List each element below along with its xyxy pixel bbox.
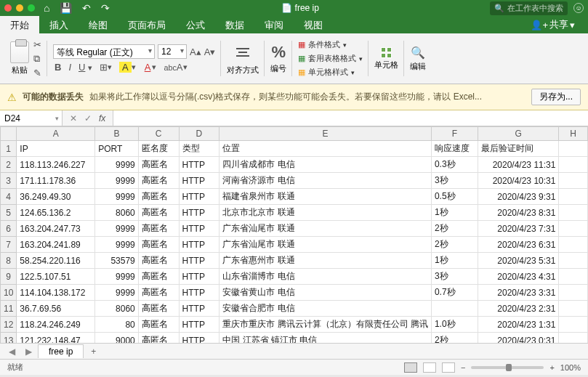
cell[interactable]: 高匿名 — [138, 269, 179, 285]
cell[interactable]: 2020/4/23 10:31 — [478, 173, 559, 189]
cell[interactable]: 171.11.178.36 — [17, 173, 95, 189]
cell[interactable]: 2020/4/23 3:31 — [478, 285, 559, 301]
conditional-formatting-button[interactable]: ▦条件格式▾ — [298, 39, 363, 50]
cell[interactable]: 广东省汕尾市 联通 — [220, 221, 432, 237]
sheet-tab-freeip[interactable]: free ip — [38, 344, 84, 358]
row-header[interactable]: 9 — [1, 269, 17, 285]
row-header[interactable]: 7 — [1, 237, 17, 253]
cell[interactable]: 广东省汕尾市 联通 — [220, 237, 432, 253]
cell[interactable]: 高匿名 — [138, 253, 179, 269]
cell[interactable]: 2秒 — [431, 221, 478, 237]
cell[interactable]: HTTP — [179, 237, 220, 253]
row-header[interactable]: 12 — [1, 317, 17, 333]
format-painter-icon[interactable]: ✎ — [33, 68, 41, 78]
font-family-select[interactable]: 等线 Regular (正文) — [53, 44, 155, 59]
cell[interactable]: HTTP — [179, 301, 220, 317]
cell[interactable]: 2020/4/23 5:31 — [478, 253, 559, 269]
cell[interactable]: 9999 — [95, 157, 139, 173]
italic-button[interactable]: I — [67, 62, 73, 73]
cell[interactable]: HTTP — [179, 317, 220, 333]
cell[interactable]: 高匿名 — [138, 301, 179, 317]
cell[interactable]: 121.232.148.47 — [17, 333, 95, 344]
zoom-in-button[interactable]: + — [549, 363, 554, 372]
cell[interactable] — [559, 173, 588, 189]
cell[interactable]: 53579 — [95, 253, 139, 269]
cell[interactable]: HTTP — [179, 269, 220, 285]
cell[interactable]: 2020/4/23 7:31 — [478, 221, 559, 237]
cell[interactable]: 最后验证时间 — [478, 141, 559, 157]
alignment-button[interactable]: 对齐方式 — [227, 41, 259, 76]
underline-button[interactable]: U ▾ — [77, 62, 94, 73]
column-header-F[interactable]: F — [431, 127, 478, 141]
close-icon[interactable] — [4, 4, 12, 12]
cell[interactable]: 2020/4/23 8:31 — [478, 205, 559, 221]
cell[interactable] — [431, 301, 478, 317]
cell[interactable]: 安徽省黄山市 电信 — [220, 285, 432, 301]
cell[interactable]: 36.249.49.30 — [17, 189, 95, 205]
cell[interactable]: 中国 江苏省 镇江市 电信 — [220, 333, 432, 344]
cell[interactable]: 高匿名 — [138, 221, 179, 237]
cell[interactable]: 广东省惠州市 联通 — [220, 253, 432, 269]
cell[interactable] — [559, 333, 588, 344]
cell[interactable]: HTTP — [179, 285, 220, 301]
save-icon[interactable]: 💾 — [60, 2, 72, 14]
cell[interactable]: 118.24.246.249 — [17, 317, 95, 333]
cell[interactable] — [559, 301, 588, 317]
row-header[interactable]: 10 — [1, 285, 17, 301]
cell[interactable]: 9999 — [95, 269, 139, 285]
redo-icon[interactable]: ↷ — [101, 2, 110, 14]
cell[interactable]: 9000 — [95, 333, 139, 344]
cell[interactable]: 2020/4/23 9:31 — [478, 189, 559, 205]
tab-layout[interactable]: 页面布局 — [118, 16, 176, 33]
zoom-icon[interactable] — [28, 4, 35, 12]
cell[interactable]: HTTP — [179, 333, 220, 344]
phonetic-button[interactable]: abcA ▾ — [162, 62, 188, 73]
cell[interactable]: 163.204.247.73 — [17, 221, 95, 237]
view-pagebreak-button[interactable] — [442, 362, 455, 373]
cell[interactable]: 高匿名 — [138, 317, 179, 333]
cell[interactable]: 2020/4/23 11:31 — [478, 157, 559, 173]
cell[interactable]: 2秒 — [431, 333, 478, 344]
cell[interactable]: 9999 — [95, 285, 139, 301]
feedback-icon[interactable]: ☺ — [573, 3, 584, 13]
cell[interactable]: 122.5.107.51 — [17, 269, 95, 285]
cell-style-button[interactable]: ▦单元格样式▾ — [298, 67, 363, 78]
bold-button[interactable]: B — [53, 62, 63, 73]
cell[interactable]: 高匿名 — [138, 285, 179, 301]
cell[interactable]: 3秒 — [431, 269, 478, 285]
cell[interactable]: 163.204.241.89 — [17, 237, 95, 253]
save-as-button[interactable]: 另存为... — [531, 89, 581, 105]
border-button[interactable]: ⊞ ▾ — [98, 62, 113, 73]
tab-formulas[interactable]: 公式 — [176, 16, 215, 33]
share-button[interactable]: 👤+共享▾ — [523, 16, 582, 33]
sheet-nav-next[interactable]: ▶ — [21, 346, 36, 357]
cell[interactable]: 8060 — [95, 205, 139, 221]
cells-button[interactable]: 单元格 — [374, 47, 398, 70]
cut-icon[interactable]: ✂ — [33, 39, 41, 50]
column-header-G[interactable]: G — [478, 127, 559, 141]
cell[interactable]: 安徽省合肥市 电信 — [220, 301, 432, 317]
cell[interactable]: 四川省成都市 电信 — [220, 157, 432, 173]
fx-icon[interactable]: fx — [99, 113, 105, 123]
cell[interactable]: HTTP — [179, 253, 220, 269]
edit-button[interactable]: 🔍 编辑 — [410, 46, 426, 72]
sheet-nav-prev[interactable]: ◀ — [4, 346, 20, 357]
cell[interactable]: 高匿名 — [138, 237, 179, 253]
column-header-H[interactable]: H — [559, 127, 588, 141]
cell[interactable]: 高匿名 — [138, 173, 179, 189]
row-header[interactable]: 5 — [1, 205, 17, 221]
fill-color-button[interactable]: A▾ — [118, 62, 137, 73]
decrease-font-icon[interactable]: A▾ — [204, 46, 216, 57]
cell[interactable]: 0.5秒 — [431, 189, 478, 205]
add-sheet-button[interactable]: + — [85, 345, 102, 358]
formula-input[interactable] — [113, 110, 588, 126]
cell[interactable] — [559, 189, 588, 205]
cell[interactable]: 36.7.69.56 — [17, 301, 95, 317]
cell[interactable]: 9999 — [95, 221, 139, 237]
cell[interactable]: 0.7秒 — [431, 285, 478, 301]
copy-icon[interactable]: ⧉ — [33, 53, 41, 65]
column-header-D[interactable]: D — [179, 127, 220, 141]
select-all-corner[interactable] — [1, 127, 17, 141]
tab-draw[interactable]: 绘图 — [78, 16, 118, 33]
cell[interactable]: PORT — [95, 141, 139, 157]
